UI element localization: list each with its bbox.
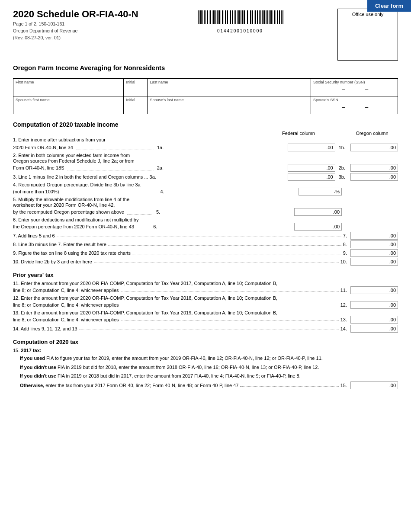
spouse-ssn-part3[interactable] xyxy=(372,105,394,110)
initial-label: Initial xyxy=(126,80,145,84)
svg-rect-13 xyxy=(218,10,220,24)
svg-rect-20 xyxy=(230,10,231,24)
svg-rect-50 xyxy=(281,10,282,24)
line-2b-label: 2b. xyxy=(339,165,345,170)
ssn-part1[interactable] xyxy=(313,87,339,92)
line-5-input[interactable] xyxy=(295,209,340,215)
ssn-part2[interactable] xyxy=(349,87,362,92)
line-6-input[interactable] xyxy=(295,224,340,229)
spouse-initial-input[interactable] xyxy=(126,107,145,112)
line-11-block: 11. Enter the amount from your 2020 OR-F… xyxy=(13,281,398,294)
line-13-input[interactable] xyxy=(351,317,396,322)
line-9-input[interactable] xyxy=(351,250,396,256)
line-5-text3: by the recomputed Oregon percentage show… xyxy=(13,209,124,215)
oregon-col-header: Oregon column xyxy=(346,131,398,136)
barcode-block: 01442001010000 xyxy=(151,10,329,33)
line-12-input-box xyxy=(350,301,398,309)
spouse-last-input[interactable] xyxy=(150,107,308,112)
last-name-cell: Last name xyxy=(148,79,311,96)
line-1-ref: 1a. xyxy=(157,145,164,150)
line-15-input[interactable] xyxy=(351,383,396,388)
svg-rect-0 xyxy=(198,10,199,24)
line-14-input[interactable] xyxy=(351,326,396,331)
spouse-initial-cell: Initial xyxy=(124,96,148,114)
svg-rect-26 xyxy=(241,10,241,24)
line-13-text2: line 8; or Computation C, line 4; whiche… xyxy=(13,317,119,322)
line-3b-input-box xyxy=(350,173,398,181)
svg-rect-25 xyxy=(238,10,240,24)
svg-rect-17 xyxy=(225,10,226,24)
line-6-text1: 6. Enter your deductions and modificatio… xyxy=(13,217,398,222)
svg-rect-36 xyxy=(257,10,258,24)
computation-2020-title: Computation of 2020 tax xyxy=(13,339,398,345)
line-11-input[interactable] xyxy=(351,288,396,293)
line-4-input-box: % xyxy=(299,188,342,195)
line-1a-input[interactable] xyxy=(288,145,333,150)
svg-rect-23 xyxy=(235,10,236,24)
line-9-input-box xyxy=(350,249,398,257)
line-6-block: 6. Enter your deductions and modificatio… xyxy=(13,217,398,231)
dept-info: Oregon Department of Revenue xyxy=(13,28,77,33)
form-title: 2020 Schedule OR-FIA-40-N xyxy=(13,9,138,20)
line-7-input[interactable] xyxy=(351,233,396,238)
svg-rect-5 xyxy=(206,10,206,24)
line-7-text: 7. Add lines 5 and 6 xyxy=(13,233,55,238)
line-9-text: 9. Figure the tax on line 8 using the 20… xyxy=(13,250,131,256)
spouse-ssn-cell: Spouse's SSN – – xyxy=(311,96,398,114)
svg-rect-8 xyxy=(210,10,211,24)
svg-rect-21 xyxy=(232,10,233,24)
svg-rect-49 xyxy=(279,10,280,24)
spouse-ssn-part2[interactable] xyxy=(349,105,362,110)
clear-form-button[interactable]: Clear form xyxy=(367,0,411,12)
line-5-input-box xyxy=(294,208,342,216)
line-6-ref: 6. xyxy=(153,224,157,229)
svg-rect-48 xyxy=(277,10,278,24)
svg-rect-33 xyxy=(252,10,253,24)
line-8-text: 8. Line 3b minus line 7. Enter the resul… xyxy=(13,242,106,247)
spouse-ssn-label: Spouse's SSN xyxy=(313,98,395,102)
svg-rect-4 xyxy=(204,10,205,24)
ssn-part3[interactable] xyxy=(372,87,394,92)
line-12-text2: line 8; or Computation C, line 4; whiche… xyxy=(13,302,119,308)
line-1-text2: 2020 Form OR-40-N, line 34 xyxy=(13,145,73,150)
line-6-input-box xyxy=(294,223,342,231)
line-6-text2: the Oregon percentage from 2020 Form OR-… xyxy=(13,224,134,229)
line-4-percent: % xyxy=(335,189,340,194)
svg-rect-3 xyxy=(202,10,203,24)
line-4-input[interactable] xyxy=(309,189,335,194)
svg-rect-44 xyxy=(270,10,272,24)
line-7-input-box xyxy=(350,232,398,240)
line-3b-input[interactable] xyxy=(351,174,396,179)
line-12-block: 12. Enter the amount from your 2020 OR-F… xyxy=(13,295,398,309)
line-2a-input[interactable] xyxy=(288,165,333,170)
spouse-first-cell: Spouse's first name xyxy=(13,96,124,114)
line-9-row: 9. Figure the tax on line 8 using the 20… xyxy=(13,249,398,257)
line-3a-input[interactable] xyxy=(288,174,333,179)
line-10-input[interactable] xyxy=(351,259,396,264)
last-name-input[interactable] xyxy=(150,90,308,95)
line-2-block: 2. Enter in both columns your elected fa… xyxy=(13,153,398,172)
line-7-row: 7. Add lines 5 and 6 7. xyxy=(13,232,398,240)
line-10-input-box xyxy=(350,258,398,266)
line-12-input[interactable] xyxy=(351,302,396,308)
line-2b-input[interactable] xyxy=(351,165,396,170)
spouse-row: Spouse's first name Initial Spouse's las… xyxy=(13,96,398,114)
barcode-number: 01442001010000 xyxy=(217,29,263,33)
spouse-first-input[interactable] xyxy=(16,107,121,112)
spouse-first-label: Spouse's first name xyxy=(16,98,121,102)
line-1b-input[interactable] xyxy=(351,145,396,150)
svg-rect-1 xyxy=(199,10,199,24)
svg-rect-34 xyxy=(254,10,254,24)
column-headers: Federal column Oregon column xyxy=(13,131,398,136)
first-name-input[interactable] xyxy=(16,90,121,95)
svg-rect-32 xyxy=(250,10,251,24)
line-8-input[interactable] xyxy=(351,242,396,247)
line-4-text1: 4. Recomputed Oregon percentage. Divide … xyxy=(13,182,398,187)
initial-input[interactable] xyxy=(126,90,145,95)
line-4-ref: 4. xyxy=(161,189,164,194)
line-7-ref: 7. xyxy=(343,233,347,238)
svg-rect-35 xyxy=(255,10,256,24)
spouse-ssn-part1[interactable] xyxy=(313,105,339,110)
line-14-input-box xyxy=(350,325,398,333)
line-4-block: 4. Recomputed Oregon percentage. Divide … xyxy=(13,182,398,195)
